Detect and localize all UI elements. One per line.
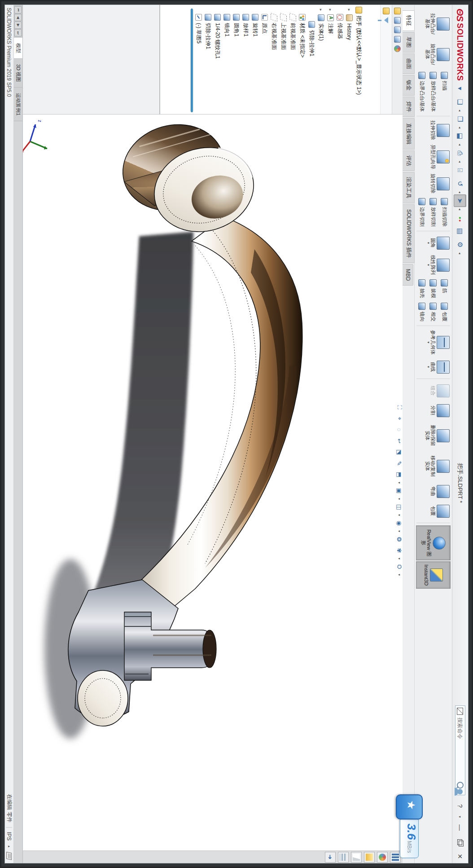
ribbon-tab-焊件[interactable]: 焊件 bbox=[403, 97, 415, 117]
open-button[interactable]: ❐ bbox=[454, 113, 466, 125]
featuremanager-tree-tab-icon[interactable] bbox=[394, 8, 401, 14]
save-caret-icon[interactable]: ◂ bbox=[458, 144, 462, 145]
ribbon-tab-SOLIDWORKS 插件[interactable]: SOLIDWORKS 插件 bbox=[403, 204, 415, 263]
extruded-boss-base-button[interactable]: 拉伸凸台/基体 bbox=[416, 9, 451, 39]
tree-item[interactable]: 放样1 bbox=[241, 5, 250, 114]
mirror-button[interactable]: 镜向 bbox=[419, 303, 426, 322]
view-tab-模型[interactable]: 模型 bbox=[14, 38, 22, 59]
split-button[interactable]: 分割 bbox=[416, 401, 451, 420]
search-input[interactable] bbox=[457, 717, 464, 780]
expand-arrow-icon[interactable]: ▸ bbox=[347, 8, 352, 12]
rollback-bar[interactable] bbox=[191, 9, 193, 112]
hole-wizard-button[interactable]: 异型孔向导 bbox=[416, 142, 451, 172]
options-caret-icon[interactable]: ◂ bbox=[458, 252, 462, 254]
reference-geometry-caret-icon[interactable]: ▾ bbox=[426, 342, 430, 344]
reference-geometry-button[interactable]: 参考几何体▾ bbox=[416, 328, 451, 357]
tree-item[interactable]: 上视基准面 bbox=[279, 5, 288, 114]
tab-first-icon[interactable]: ⏮ bbox=[15, 6, 22, 13]
custom-properties-tab[interactable]: ➔ bbox=[325, 852, 336, 863]
tree-item[interactable]: ▸注解 bbox=[326, 5, 335, 114]
tree-item[interactable]: 切除-拉伸1 bbox=[203, 5, 213, 114]
revolved-boss-base-button[interactable]: 旋转凸台/基体 bbox=[416, 39, 451, 70]
boundary-cut-button[interactable]: 边界切割 bbox=[419, 198, 426, 227]
status-units[interactable]: IPS bbox=[6, 832, 13, 841]
tree-item[interactable]: 切除-拉伸1 bbox=[307, 5, 316, 114]
boundary-boss-base-button[interactable]: 边界凸台/基体 bbox=[419, 72, 426, 112]
net-speed-widget[interactable]: 3.6 MB/s bbox=[395, 794, 423, 862]
tree-root-row[interactable]: 把手 (默认<<默认>_显示状态 1>) bbox=[354, 5, 364, 114]
tab-prev-icon[interactable]: ◀ bbox=[15, 14, 22, 21]
tree-item[interactable]: ▸实体(1) bbox=[316, 5, 326, 114]
tree-item[interactable]: ▸History bbox=[345, 5, 354, 114]
dimxpertmanager-tab-icon[interactable] bbox=[394, 36, 401, 43]
ribbon-tab-钣金[interactable]: 钣金 bbox=[403, 75, 415, 96]
ribbon-tab-曲面[interactable]: 曲面 bbox=[403, 53, 415, 74]
linear-pattern-caret-icon[interactable]: ▾ bbox=[426, 264, 430, 266]
lofted-cut-button[interactable]: 放样切割 bbox=[430, 198, 437, 227]
revolved-cut-button[interactable]: 旋转切除 bbox=[416, 172, 451, 196]
ribbon-tab-渲染工具[interactable]: 渲染工具 bbox=[403, 172, 415, 203]
panel-lower-pane[interactable] bbox=[23, 5, 160, 114]
extruded-cut-button[interactable]: 拉伸切除 bbox=[416, 118, 451, 142]
ribbon-tab-MBD[interactable]: MBD bbox=[403, 264, 413, 286]
rib-button[interactable]: 筋 bbox=[441, 279, 448, 298]
view-tab-3D 视图[interactable]: 3D 视图 bbox=[14, 59, 22, 88]
wrap-2-button[interactable]: 包覆 bbox=[416, 501, 451, 521]
appearances-scenes-tab[interactable] bbox=[338, 852, 349, 863]
propertymanager-tab-icon[interactable] bbox=[394, 17, 401, 24]
open-caret-icon[interactable]: ◂ bbox=[458, 127, 462, 128]
file-properties-button[interactable]: ▤ bbox=[454, 225, 466, 238]
print-preview-button[interactable]: ⌻ bbox=[454, 164, 466, 176]
help-caret-icon[interactable]: ▾ bbox=[458, 816, 462, 818]
tag-icon[interactable] bbox=[7, 852, 12, 860]
linear-pattern-button[interactable]: 线性阵列▾ bbox=[416, 253, 451, 277]
tree-item[interactable]: 原点 bbox=[260, 5, 269, 114]
tree-item[interactable]: 传感器 bbox=[335, 5, 345, 114]
move-copy-body-button[interactable]: 移动/复制实体 bbox=[416, 451, 451, 481]
delete-keep-body-button[interactable]: 删除/保留实体 bbox=[416, 420, 451, 451]
file-explorer-tab[interactable] bbox=[364, 852, 375, 863]
tree-item[interactable]: 1/4-20 螺纹孔1 bbox=[213, 5, 222, 114]
intersect-button[interactable]: 相交 bbox=[430, 303, 437, 322]
fillet-caret-icon[interactable]: ▾ bbox=[426, 242, 430, 244]
expand-arrow-icon[interactable]: ▸ bbox=[328, 8, 333, 12]
close-button[interactable]: ✕ bbox=[455, 851, 465, 861]
minimize-button[interactable]: — bbox=[455, 823, 465, 833]
ribbon-tab-评估[interactable]: 评估 bbox=[403, 150, 415, 171]
design-library-tab[interactable] bbox=[377, 852, 388, 863]
view-tab-运动算例1[interactable]: 运动算例1 bbox=[14, 88, 22, 121]
graphics-viewport[interactable]: ⛶⌖◌↩⬔✎⬒▾▣▾◫▾◉▾❂✾▾⛭▾ bbox=[23, 115, 403, 850]
undo-caret-icon[interactable]: ◂ bbox=[458, 191, 462, 193]
view-palette-tab[interactable] bbox=[351, 852, 362, 863]
tab-last-icon[interactable]: ⏭ bbox=[15, 29, 22, 36]
tree-item[interactable]: 镜向1 bbox=[222, 5, 232, 114]
tree-item[interactable]: 旋转1 bbox=[250, 5, 260, 114]
rebuild-button[interactable]: ● bbox=[454, 211, 466, 224]
tree-filter-row[interactable] bbox=[380, 5, 392, 114]
tree-item[interactable]: (-) 草图5 bbox=[194, 5, 203, 114]
print-button[interactable]: ⎙ bbox=[454, 147, 466, 159]
configurationmanager-tab-icon[interactable] bbox=[394, 26, 401, 33]
tree-item[interactable]: 前视基准面 bbox=[288, 5, 298, 114]
tree-item[interactable]: 右视基准面 bbox=[269, 5, 279, 114]
user-icon[interactable] bbox=[457, 789, 463, 794]
undo-button[interactable]: ↺ bbox=[454, 177, 466, 190]
select-caret-icon[interactable]: ◂ bbox=[458, 208, 462, 210]
tab-next-icon[interactable]: ▶ bbox=[15, 22, 22, 29]
filter-funnel-icon[interactable] bbox=[384, 17, 388, 23]
menu-expand-button[interactable]: ▾ bbox=[454, 82, 466, 95]
curves-button[interactable]: 曲线▾ bbox=[416, 357, 451, 377]
flex-button[interactable]: 弯曲 bbox=[416, 481, 451, 501]
curves-caret-icon[interactable]: ▾ bbox=[426, 366, 430, 368]
lofted-boss-base-button[interactable]: 放样凸台/基体 bbox=[430, 72, 437, 112]
displaymanager-tab-icon[interactable] bbox=[394, 45, 401, 52]
options-button[interactable]: ⚙ bbox=[454, 238, 466, 251]
new-caret-icon[interactable]: ◂ bbox=[458, 110, 462, 111]
wrap-button[interactable]: 包覆 bbox=[441, 303, 448, 322]
swept-cut-button[interactable]: 扫描切除 bbox=[441, 198, 448, 227]
ribbon-tab-直接编辑[interactable]: 直接编辑 bbox=[403, 118, 415, 150]
search-scope-icon[interactable] bbox=[457, 708, 464, 715]
shell-button[interactable]: 抽壳 bbox=[419, 279, 426, 298]
restore-button[interactable] bbox=[455, 837, 465, 847]
expand-arrow-icon[interactable]: ▸ bbox=[319, 8, 324, 12]
